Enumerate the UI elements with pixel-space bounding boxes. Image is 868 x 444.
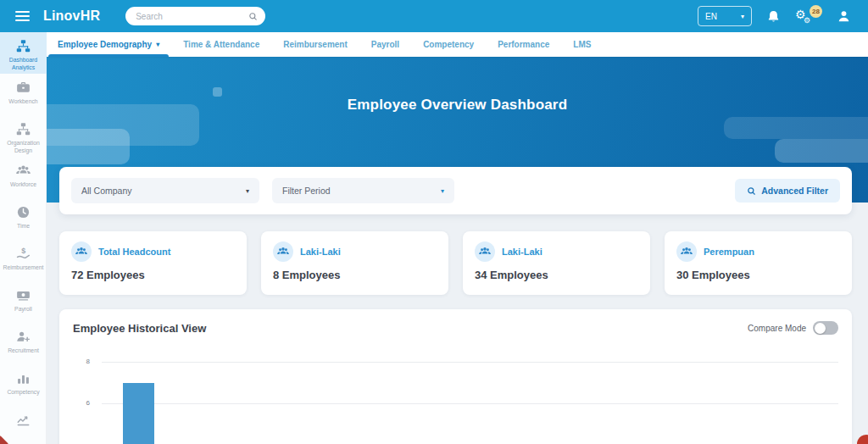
- advanced-filter-button[interactable]: Advanced Filter: [735, 179, 840, 203]
- clock-icon: [16, 205, 31, 219]
- stat-card-value: 34 Employees: [475, 269, 638, 281]
- app-logo[interactable]: LinovHR: [43, 8, 100, 24]
- gear-small-icon: ⚙: [804, 17, 810, 25]
- sidebar-item-label: Recruitment: [8, 347, 39, 355]
- sidebar-item-reimbursement[interactable]: $ Reimbursement: [0, 240, 47, 281]
- stat-card-header: Perempuan: [676, 241, 840, 262]
- stat-card-label: Perempuan: [704, 247, 754, 257]
- search-icon: [747, 186, 756, 196]
- compare-mode-label: Compare Mode: [748, 324, 806, 333]
- stat-card-value: 72 Employees: [71, 269, 235, 281]
- search-icon[interactable]: [248, 12, 258, 21]
- stat-cards-row: Total Headcount 72 Employees Laki-Laki 8…: [59, 231, 852, 295]
- tab-reimbursement[interactable]: Reimbursement: [283, 32, 348, 57]
- search-input[interactable]: [136, 12, 248, 21]
- tab-payroll[interactable]: Payroll: [371, 32, 399, 57]
- tab-lms[interactable]: LMS: [573, 32, 591, 57]
- sidebar-item-payroll[interactable]: Payroll: [0, 281, 47, 323]
- tab-label: Performance: [498, 40, 549, 49]
- sidebar-item-label: Payroll: [14, 306, 32, 314]
- stat-card-value: 8 Employees: [273, 269, 437, 281]
- module-tabbar: Employee Demography ▾ Time & Attendance …: [47, 32, 868, 57]
- chart-bar[interactable]: [123, 383, 154, 444]
- stat-card-label: Laki-Laki: [502, 247, 542, 257]
- chevron-down-icon: ▾: [246, 187, 249, 195]
- y-axis-tick: 6: [73, 399, 90, 407]
- top-header: LinovHR EN ▾ ⚙ ⚙ 28: [0, 0, 868, 32]
- app-root: LinovHR EN ▾ ⚙ ⚙ 28: [0, 0, 868, 444]
- tab-label: LMS: [573, 40, 591, 49]
- header-actions: EN ▾ ⚙ ⚙ 28: [698, 5, 851, 27]
- tab-time-attendance[interactable]: Time & Attendance: [183, 32, 259, 57]
- stat-card-header: Laki-Laki: [475, 241, 638, 262]
- gridline: [102, 362, 838, 363]
- chevron-down-icon: ▾: [741, 13, 744, 20]
- company-filter-value: All Company: [81, 186, 132, 196]
- global-search: [125, 7, 265, 25]
- banknote-icon: [16, 288, 31, 302]
- tab-label: Competency: [423, 40, 474, 49]
- people-group-icon: [475, 241, 495, 262]
- historical-chart-plot: 86: [73, 343, 838, 444]
- profile-icon[interactable]: [837, 9, 851, 24]
- section-title: Employee Historical View: [73, 322, 206, 335]
- tab-employee-demography[interactable]: Employee Demography ▾: [58, 32, 159, 57]
- sitemap-icon: [16, 39, 31, 53]
- chevron-down-icon: ▾: [156, 41, 159, 48]
- sidebar-item-time[interactable]: Time: [0, 198, 47, 240]
- sidebar-item-label: Organization Design: [2, 140, 45, 155]
- sidebar-item-recruitment[interactable]: Recruitment: [0, 323, 47, 364]
- org-chart-icon: [16, 122, 31, 136]
- bar-chart-icon: [16, 371, 31, 386]
- sidebar-item-label: Time: [17, 223, 30, 230]
- people-group-icon: [273, 241, 293, 262]
- notifications-bell-icon[interactable]: [766, 9, 781, 24]
- svg-text:$: $: [21, 247, 25, 255]
- tab-label: Employee Demography: [58, 40, 152, 49]
- logo-text-linov: Linov: [43, 8, 81, 23]
- sidebar-item-label: Competency: [7, 389, 39, 397]
- sidebar-item-label: Workbench: [8, 98, 37, 106]
- sidebar-item-performance[interactable]: [0, 406, 47, 444]
- app-shell: Dashboard Analytics Workbench Organizati…: [0, 32, 868, 444]
- tab-competency[interactable]: Competency: [423, 32, 474, 57]
- stat-card-label: Laki-Laki: [300, 247, 341, 257]
- settings-gear-icon[interactable]: ⚙ ⚙ 28: [795, 5, 822, 27]
- people-group-icon: [676, 241, 697, 262]
- people-group-icon: [16, 164, 31, 178]
- sidebar-item-organization-design[interactable]: Organization Design: [0, 115, 47, 157]
- briefcase-icon: [16, 80, 31, 95]
- stat-card-total-headcount[interactable]: Total Headcount 72 Employees: [59, 231, 247, 295]
- banner-decoration: [47, 129, 130, 164]
- stat-card-value: 30 Employees: [676, 269, 840, 281]
- notification-count-badge: 28: [810, 5, 822, 18]
- compare-mode-toggle[interactable]: [813, 321, 838, 335]
- historical-view-header: Employee Historical View Compare Mode: [73, 321, 838, 335]
- sidebar-item-competency[interactable]: Competency: [0, 364, 47, 406]
- tab-label: Time & Attendance: [183, 40, 259, 49]
- language-selector[interactable]: EN ▾: [698, 6, 752, 26]
- filter-bar: All Company ▾ Filter Period ▾ Advanced F…: [59, 167, 852, 214]
- period-filter-dropdown[interactable]: Filter Period ▾: [272, 178, 454, 203]
- tab-performance[interactable]: Performance: [498, 32, 549, 57]
- chevron-down-icon: ▾: [441, 187, 444, 195]
- language-value: EN: [705, 12, 717, 21]
- sidebar-item-label: Workforce: [10, 181, 36, 189]
- sidebar-item-label: Reimbursement: [3, 264, 44, 272]
- gridline: [102, 403, 838, 404]
- sidebar-item-workforce[interactable]: Workforce: [0, 157, 47, 198]
- stat-card-header: Laki-Laki: [273, 241, 437, 262]
- banner-decoration: [775, 139, 868, 163]
- sidebar-item-label: Dashboard Analytics: [2, 57, 45, 72]
- stat-card-laki-laki-2[interactable]: Laki-Laki 34 Employees: [463, 231, 650, 295]
- menu-icon[interactable]: [15, 11, 30, 21]
- sidebar-item-workbench[interactable]: Workbench: [0, 74, 47, 115]
- sidebar-item-dashboard-analytics[interactable]: Dashboard Analytics: [0, 32, 47, 74]
- stat-card-perempuan[interactable]: Perempuan 30 Employees: [665, 231, 852, 295]
- person-plus-icon: [16, 330, 31, 344]
- tab-label: Reimbursement: [283, 40, 348, 49]
- company-filter-dropdown[interactable]: All Company ▾: [71, 178, 259, 203]
- stat-card-laki-laki-1[interactable]: Laki-Laki 8 Employees: [261, 231, 448, 295]
- y-axis-tick: 8: [73, 358, 90, 365]
- toggle-knob: [815, 323, 826, 334]
